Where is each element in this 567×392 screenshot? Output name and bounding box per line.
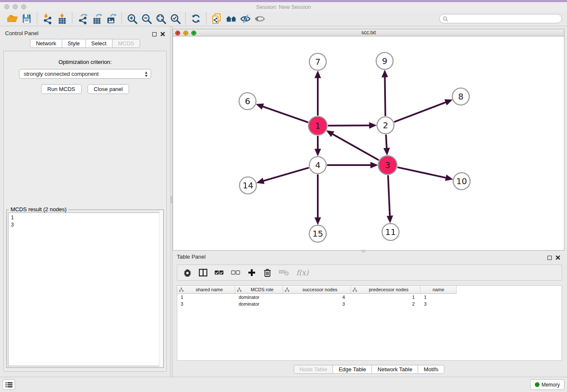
- graph-edge-2-9[interactable]: [385, 76, 385, 116]
- table-cell[interactable]: 3: [177, 301, 235, 306]
- graph-edge-3-10[interactable]: [397, 167, 446, 178]
- export-network-button[interactable]: [75, 12, 90, 25]
- tab-node-table[interactable]: Node Table: [294, 365, 333, 374]
- mcds-result-line: 3: [11, 221, 159, 229]
- network-window-titlebar[interactable]: × − + scc.txt: [173, 29, 564, 36]
- import-network-button[interactable]: [40, 12, 55, 25]
- tab-style[interactable]: Style: [62, 39, 86, 48]
- table-row[interactable]: 3dominator323: [177, 301, 561, 307]
- search-input[interactable]: [450, 16, 559, 22]
- graph-node-1[interactable]: 1: [308, 116, 327, 135]
- table-cell[interactable]: dominator: [235, 295, 283, 300]
- memory-button[interactable]: Memory: [530, 379, 564, 390]
- close-panel-icon[interactable]: [160, 32, 165, 36]
- zoom-window-button[interactable]: [21, 4, 26, 9]
- node-table[interactable]: shared name MCDS role successor nodes pr…: [177, 285, 562, 361]
- close-window-button[interactable]: [4, 4, 9, 9]
- column-header-successor-nodes[interactable]: successor nodes: [283, 286, 351, 293]
- result-scrollbar[interactable]: [159, 210, 163, 367]
- column-header-shared-name[interactable]: shared name: [177, 286, 235, 293]
- table-row[interactable]: 1dominator411: [177, 294, 561, 301]
- graph-node-11[interactable]: 11: [382, 224, 399, 240]
- open-session-button[interactable]: [5, 12, 19, 25]
- export-table-button[interactable]: [90, 12, 104, 25]
- table-cell[interactable]: dominator: [235, 301, 283, 306]
- zoom-fit-button[interactable]: [154, 12, 168, 25]
- close-table-panel-icon[interactable]: [556, 255, 560, 260]
- save-session-button[interactable]: [19, 12, 34, 25]
- table-cell[interactable]: 2: [351, 301, 421, 306]
- graph-node-8[interactable]: 8: [452, 88, 469, 105]
- tab-select[interactable]: Select: [85, 39, 113, 48]
- graph-edge-1-6[interactable]: [262, 106, 308, 122]
- graph-node-4[interactable]: 4: [309, 157, 326, 174]
- zoom-in-button[interactable]: [125, 12, 139, 25]
- delete-table-button[interactable]: [279, 267, 289, 278]
- column-header-name[interactable]: name: [421, 286, 457, 293]
- tab-mcds[interactable]: MCDS: [112, 39, 140, 48]
- column-header-mcds-role[interactable]: MCDS role: [235, 286, 283, 293]
- float-panel-icon[interactable]: [152, 32, 157, 36]
- network-canvas[interactable]: 7968124314101511: [173, 36, 564, 251]
- tab-network-table[interactable]: Network Table: [372, 365, 418, 374]
- graph-edge-4-14[interactable]: [263, 168, 309, 181]
- table-cell[interactable]: 4: [283, 295, 351, 300]
- import-table-button[interactable]: [55, 12, 69, 25]
- function-builder-button[interactable]: f(x): [296, 267, 308, 278]
- graph-node-9[interactable]: 9: [376, 52, 393, 69]
- graph-edge-2-8[interactable]: [394, 102, 447, 122]
- graph-node-15[interactable]: 15: [309, 225, 326, 242]
- run-mcds-button[interactable]: Run MCDS: [41, 84, 82, 94]
- show-networks-list-button[interactable]: [3, 379, 15, 390]
- search-box[interactable]: [439, 14, 562, 23]
- graph-node-3[interactable]: 3: [378, 156, 397, 174]
- show-columns-button[interactable]: [199, 267, 207, 278]
- graph-node-7[interactable]: 7: [309, 53, 326, 70]
- table-cell[interactable]: 1: [177, 295, 235, 300]
- float-table-panel-icon[interactable]: [548, 256, 552, 260]
- zoom-selected-icon: [170, 13, 181, 25]
- show-all-networks-button[interactable]: [224, 12, 238, 25]
- splitter-grip[interactable]: [171, 196, 172, 203]
- network-close-button[interactable]: ×: [175, 30, 180, 36]
- add-column-button[interactable]: [248, 267, 256, 278]
- toggle-panel-visibility-button[interactable]: [253, 12, 267, 25]
- zoom-out-button[interactable]: [139, 12, 154, 25]
- graph-node-2[interactable]: 2: [377, 117, 394, 134]
- select-all-columns-button[interactable]: [215, 267, 224, 278]
- column-header-predecessor-nodes[interactable]: predecessor nodes: [351, 286, 421, 293]
- unselect-all-columns-button[interactable]: [231, 267, 240, 278]
- clone-network-button[interactable]: [209, 12, 224, 25]
- criterion-select[interactable]: strongly connected component ▲▼: [19, 69, 151, 79]
- mcds-result-title: MCDS result (2 nodes): [9, 206, 68, 213]
- graph-node-6[interactable]: 6: [239, 93, 256, 110]
- zoom-selected-button[interactable]: [168, 12, 182, 25]
- delete-columns-button[interactable]: [263, 267, 272, 278]
- export-image-button[interactable]: [104, 12, 118, 25]
- main-area: Control Panel Network Style Select MCDS …: [0, 26, 567, 377]
- network-maximize-button[interactable]: +: [191, 30, 196, 36]
- close-panel-button[interactable]: Close panel: [88, 84, 129, 94]
- network-minimize-button[interactable]: −: [183, 30, 188, 36]
- table-cell[interactable]: 1: [421, 295, 457, 300]
- graph-edge-3-1[interactable]: [332, 134, 379, 160]
- graph-edge-2-3[interactable]: [386, 135, 387, 149]
- mcds-result-text[interactable]: 13: [8, 213, 162, 366]
- svg-text:3: 3: [385, 160, 391, 170]
- minimize-window-button[interactable]: [13, 4, 18, 9]
- graph-node-10[interactable]: 10: [453, 173, 470, 190]
- table-cell[interactable]: 3: [421, 301, 457, 306]
- graph-edge-3-11[interactable]: [388, 175, 390, 217]
- import-table-icon: [56, 13, 68, 25]
- tab-motifs[interactable]: Motifs: [418, 365, 444, 374]
- tab-edge-table[interactable]: Edge Table: [333, 365, 372, 374]
- network-graph[interactable]: 7968124314101511: [173, 36, 564, 250]
- graph-node-14[interactable]: 14: [239, 177, 256, 194]
- toggle-graphics-details-button[interactable]: [238, 12, 253, 25]
- table-options-gear-button[interactable]: [183, 267, 192, 278]
- table-cell[interactable]: 1: [351, 295, 421, 300]
- apply-layout-button[interactable]: [189, 12, 203, 25]
- table-cell[interactable]: 3: [283, 301, 351, 306]
- tab-network[interactable]: Network: [30, 39, 62, 48]
- graph-edge-1-2[interactable]: [328, 125, 370, 126]
